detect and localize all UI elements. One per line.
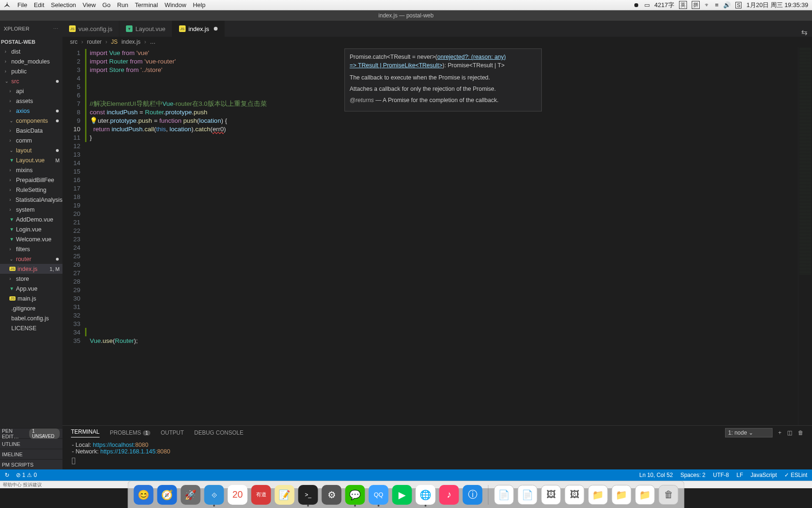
ime-indicator[interactable]: 英 [679, 1, 687, 9]
folder-item[interactable]: ›public [0, 66, 62, 76]
sidebar-section[interactable]: IMELINE [0, 449, 62, 459]
menu-file[interactable]: File [17, 1, 27, 8]
editor-tab[interactable]: JSvue.config.js [62, 21, 119, 37]
file-item[interactable]: JSmain.js [0, 294, 62, 303]
sync-icon[interactable]: ↻ [5, 472, 9, 478]
file-item[interactable]: ▼Login.vue [0, 224, 62, 234]
siri-icon[interactable]: S [735, 2, 742, 8]
folder-item[interactable]: ›dist [0, 47, 62, 56]
editor-tab[interactable]: JSindex.js [172, 21, 225, 37]
explorer-more-icon[interactable]: ⋯ [53, 26, 59, 32]
folder-item[interactable]: ›assets [0, 96, 62, 106]
menu-help[interactable]: Help [193, 1, 205, 8]
dock-item[interactable]: 📁 [612, 485, 632, 505]
editor-tab[interactable]: ▼Layout.vue [119, 21, 172, 37]
tab-problems[interactable]: PROBLEMS1 [110, 429, 150, 436]
dock-app-youdao[interactable]: 有道 [251, 485, 271, 505]
minimap[interactable] [798, 47, 812, 425]
sidebar-section[interactable]: UTLINE [0, 438, 62, 449]
screen-icon[interactable]: ▭ [644, 1, 650, 8]
volume-icon[interactable]: 🔊 [723, 1, 731, 8]
dock-app-sysprefs[interactable]: ⚙ [322, 485, 342, 505]
file-item[interactable]: .gitignore [0, 303, 62, 313]
file-item[interactable]: ▼AddDemo.vue [0, 214, 62, 224]
dock-app-wechat[interactable]: 💬 [345, 485, 365, 505]
new-terminal-icon[interactable]: + [778, 429, 781, 436]
terminal-output[interactable]: - Local: https://localhost:8080 - Networ… [62, 440, 812, 469]
file-item[interactable]: ▼App.vue [0, 284, 62, 294]
dock-app-safari[interactable]: 🧭 [157, 485, 177, 505]
dock-app-launchpad[interactable]: 🚀 [181, 485, 201, 505]
sidebar-section[interactable]: PEN EDIT…1 UNSAVED [0, 428, 62, 438]
folder-item[interactable]: ›StatisticalAnalysis [0, 195, 62, 205]
problems-status[interactable]: ⊘ 1 ⚠ 0 [16, 472, 37, 478]
folder-item[interactable]: ›mixins [0, 165, 62, 175]
clock[interactable]: 1月20日 周三 19:35:39 [746, 1, 808, 9]
file-item[interactable]: LICENSE [0, 323, 62, 333]
tab-output[interactable]: OUTPUT [161, 429, 184, 436]
menu-window[interactable]: Window [164, 1, 186, 8]
folder-item[interactable]: ⌄components [0, 116, 62, 126]
menu-edit[interactable]: Edit [34, 1, 44, 8]
dock-item[interactable]: 🗑 [659, 485, 679, 505]
dock-app-terminal[interactable]: >_ [298, 485, 318, 505]
kill-terminal-icon[interactable]: 🗑 [798, 429, 804, 436]
crumb-file[interactable]: index.js [121, 39, 141, 45]
eol-status[interactable]: LF [736, 472, 743, 478]
folder-item[interactable]: ›PrepaidBillFee [0, 175, 62, 185]
folder-item[interactable]: ›axios [0, 106, 62, 116]
file-item[interactable]: ▼Welcome.vue [0, 234, 62, 244]
language-status[interactable]: JavaScript [750, 472, 777, 478]
dock-app-vscode[interactable]: ⟐ [204, 485, 224, 505]
folder-item[interactable]: ›filters [0, 244, 62, 254]
encoding-status[interactable]: UTF-8 [713, 472, 729, 478]
cursor-position[interactable]: Ln 10, Col 52 [639, 472, 672, 478]
folder-item[interactable]: ›comm [0, 135, 62, 145]
tab-terminal[interactable]: TERMINAL [71, 429, 100, 437]
menu-view[interactable]: View [83, 1, 96, 8]
crumb-router[interactable]: router [87, 39, 102, 45]
dock-app-finder[interactable]: 😊 [134, 485, 154, 505]
dock-app-info[interactable]: ⓘ [463, 485, 483, 505]
code-content[interactable]: Promise.catch<TResult = never>(onrejecte… [85, 47, 798, 425]
breadcrumb[interactable]: src› router› JS index.js› … [62, 37, 812, 47]
folder-item[interactable]: ›RuleSetting [0, 185, 62, 195]
menu-selection[interactable]: Selection [51, 1, 76, 8]
split-terminal-icon[interactable]: ◫ [787, 429, 792, 436]
dock-item[interactable]: 📄 [518, 485, 538, 505]
project-root[interactable]: POSTAL-WEB [0, 37, 62, 47]
screen-rec-icon[interactable]: ⏺ [633, 1, 640, 8]
file-item[interactable]: babel.config.js [0, 313, 62, 323]
folder-item[interactable]: ⌄layout [0, 145, 62, 155]
dock-app-music[interactable]: ♪ [439, 485, 459, 505]
file-item[interactable]: ▼Layout.vueM [0, 155, 62, 165]
dock-item[interactable]: 📁 [635, 485, 655, 505]
ime-indicator-2[interactable]: 拼 [692, 1, 700, 9]
folder-item[interactable]: ⌄router [0, 254, 62, 264]
dock-item[interactable]: 🖼 [565, 485, 585, 505]
terminal-select[interactable]: 1: node ⌄ [725, 428, 773, 437]
apple-menu[interactable]: 🟀 [4, 1, 11, 9]
folder-item[interactable]: ⌄src [0, 76, 62, 86]
dock-item[interactable]: 📁 [588, 485, 608, 505]
menu-go[interactable]: Go [102, 1, 110, 8]
sidebar-section[interactable]: PM SCRIPTS [0, 459, 62, 469]
menu-extra-icon[interactable]: ≡ [715, 1, 719, 8]
file-item[interactable]: JSindex.js1, M [0, 264, 62, 274]
folder-item[interactable]: ›api [0, 86, 62, 96]
folder-item[interactable]: ›BasicData [0, 126, 62, 135]
crumb-src[interactable]: src [70, 39, 78, 45]
menu-run[interactable]: Run [117, 1, 128, 8]
menu-terminal[interactable]: Terminal [135, 1, 158, 8]
indent-status[interactable]: Spaces: 2 [680, 472, 705, 478]
folder-item[interactable]: ›store [0, 274, 62, 284]
dock-app-qq[interactable]: QQ [369, 485, 389, 505]
folder-item[interactable]: ›system [0, 205, 62, 214]
dock-app-iqiyi[interactable]: ▶ [392, 485, 412, 505]
code-editor[interactable]: 1234567891011121314151617181920212223242… [62, 47, 812, 425]
eslint-status[interactable]: ✓ ESLint [784, 472, 807, 478]
folder-item[interactable]: ›node_modules [0, 56, 62, 66]
wifi-icon[interactable]: ᯤ [704, 1, 710, 8]
tab-debug-console[interactable]: DEBUG CONSOLE [194, 429, 243, 436]
dock-app-calendar[interactable]: 20 [228, 485, 248, 505]
